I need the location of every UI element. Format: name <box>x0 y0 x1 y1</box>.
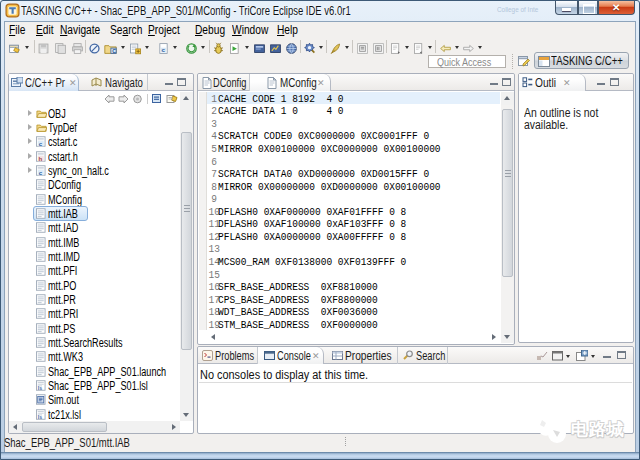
svg-text:C: C <box>112 48 116 54</box>
svg-text:h: h <box>39 155 43 161</box>
svg-text:c: c <box>161 46 165 53</box>
svg-text:ls: ls <box>38 385 42 391</box>
svg-text:ls: ls <box>38 413 42 419</box>
